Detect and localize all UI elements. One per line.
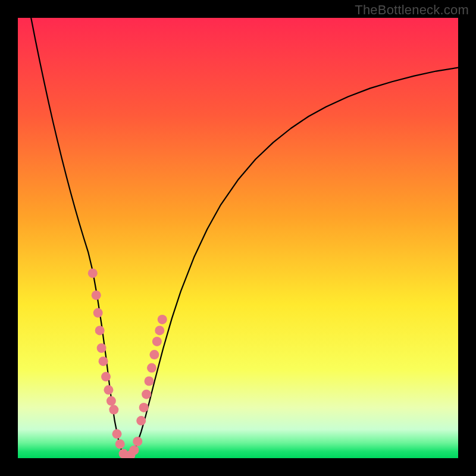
marker-dot [142, 390, 151, 399]
marker-dot [139, 403, 149, 412]
marker-dot [129, 446, 139, 455]
marker-dot [93, 308, 103, 318]
marker-dot [88, 268, 98, 278]
marker-dot [149, 350, 159, 359]
marker-dot [152, 337, 162, 346]
marker-dot [115, 439, 125, 449]
marker-dot [112, 429, 122, 439]
marker-dot [95, 325, 105, 335]
marker-dot [147, 363, 156, 372]
marker-dot [107, 396, 116, 406]
marker-dot [155, 325, 164, 335]
plot-area [18, 18, 458, 458]
marker-dot [158, 315, 167, 324]
marker-dot [99, 356, 108, 366]
bottleneck-chart [18, 18, 458, 458]
marker-dot [109, 405, 118, 415]
marker-dot [104, 385, 113, 394]
marker-dot [145, 377, 154, 386]
marker-dot [101, 372, 111, 381]
chart-frame: TheBottleneck.com [0, 0, 476, 476]
marker-dot [92, 290, 101, 300]
marker-dot [136, 416, 146, 425]
watermark-label: TheBottleneck.com [355, 2, 469, 18]
marker-dot [133, 437, 142, 446]
marker-dot [97, 343, 107, 353]
